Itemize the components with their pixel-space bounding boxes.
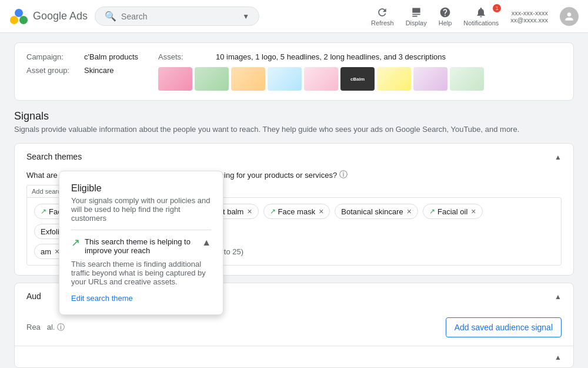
search-theme-header: ↗ This search theme is helping to improv… — [71, 237, 211, 255]
asset-image-4 — [268, 67, 302, 91]
asset-group-value: Skincare — [84, 66, 114, 75]
eligible-title: Eligible — [71, 183, 211, 194]
search-themes-panel-header[interactable]: Search themes — [15, 144, 573, 170]
search-input[interactable] — [121, 12, 238, 21]
search-icon: 🔍 — [105, 11, 116, 22]
notifications-icon — [475, 6, 487, 18]
chip-face-mask[interactable]: ↗ Face mask × — [263, 204, 330, 219]
asset-group-label: Asset group: — [26, 66, 79, 75]
avatar[interactable] — [560, 7, 579, 26]
display-button[interactable]: Display — [406, 6, 427, 26]
chip-facial-oil[interactable]: ↗ Facial oil × — [423, 204, 482, 219]
search-themes-chevron-icon[interactable] — [554, 152, 562, 161]
chip-arrow-icon: ↗ — [429, 207, 435, 216]
themes-help-icon[interactable]: ⓘ — [339, 170, 348, 180]
asset-image-3 — [231, 67, 265, 91]
assets-section: Assets: 10 images, 1 logo, 5 headlines, … — [158, 52, 562, 91]
campaign-label: Campaign: — [26, 52, 79, 61]
asset-image-1 — [158, 67, 192, 91]
campaign-field: Campaign: c'Balm products — [26, 52, 144, 61]
assets-description: 10 images, 1 logo, 5 headlines, 2 long h… — [216, 52, 446, 61]
chip-label: Botanical skincare — [341, 207, 403, 216]
signals-title: Signals — [14, 110, 574, 122]
header-actions: Refresh Display Help 1 Notifications xxx… — [371, 6, 579, 26]
svg-point-2 — [15, 9, 23, 17]
account-line1: xxx-xxx-xxxx — [510, 9, 548, 16]
refresh-icon — [376, 6, 388, 18]
chip-label: am — [41, 247, 51, 256]
campaign-card: Campaign: c'Balm products Asset group: S… — [14, 42, 574, 101]
asset-image-logo: cBalm — [340, 67, 375, 91]
reach-label: Rea al. ⓘ — [26, 322, 65, 333]
chip-remove-icon[interactable]: × — [247, 207, 252, 216]
chip-remove-icon[interactable]: × — [319, 207, 323, 216]
google-ads-logo-text: Google Ads — [33, 10, 88, 22]
notification-badge: 1 — [493, 4, 501, 12]
search-dropdown-icon[interactable]: ▼ — [242, 12, 249, 21]
signals-description: Signals provide valuable information abo… — [14, 125, 574, 134]
help-label: Help — [439, 19, 452, 26]
audience-chevron-icon[interactable] — [554, 291, 562, 301]
chip-label: Face mask — [278, 207, 316, 216]
help-icon — [439, 6, 451, 18]
refresh-label: Refresh — [371, 19, 394, 26]
edit-search-theme-button[interactable]: Edit search theme — [71, 294, 133, 303]
eligible-description: Your signals comply with our policies an… — [71, 196, 211, 223]
asset-image-9 — [450, 67, 484, 91]
search-theme-tooltip-section: ↗ This search theme is helping to improv… — [71, 230, 211, 303]
add-audience-button[interactable]: Add saved audience signal — [446, 317, 562, 337]
account-info: xxx-xxx-xxxx xx@xxxx.xxx — [510, 9, 548, 24]
svg-point-1 — [19, 16, 28, 24]
asset-image-8 — [413, 67, 447, 91]
logo: Google Ads — [9, 7, 88, 26]
search-theme-chevron-icon[interactable]: ▲ — [202, 237, 211, 248]
chip-arrow-icon: ↗ — [270, 207, 276, 216]
campaign-value: c'Balm products — [84, 52, 138, 61]
header: Google Ads 🔍 ▼ Refresh Display Help 1 No… — [0, 0, 588, 33]
chip-remove-icon[interactable]: × — [471, 207, 476, 216]
audience-inner-chevron-icon[interactable] — [554, 352, 562, 362]
tooltip-popup: Eligible Your signals comply with our po… — [59, 171, 223, 315]
refresh-button[interactable]: Refresh — [371, 6, 394, 26]
display-icon — [410, 6, 422, 18]
search-theme-title: ↗ This search theme is helping to improv… — [71, 237, 202, 255]
account-line2: xx@xxxx.xxx — [510, 16, 548, 24]
search-bar[interactable]: 🔍 ▼ — [95, 6, 259, 26]
google-ads-logo-icon — [9, 7, 28, 26]
search-theme-arrow-icon: ↗ — [71, 236, 80, 249]
chip-botanical-skincare[interactable]: Botanical skincare × — [335, 204, 418, 219]
chip-remove-icon[interactable]: × — [407, 207, 412, 216]
help-button[interactable]: Help — [439, 6, 452, 26]
notifications-button[interactable]: 1 Notifications — [463, 6, 499, 26]
search-themes-title: Search themes — [26, 152, 82, 161]
assets-images: cBalm — [158, 67, 562, 91]
notifications-label: Notifications — [463, 19, 499, 26]
assets-label: Assets: — [158, 52, 211, 61]
audience-title: Aud — [26, 291, 41, 301]
asset-group-field: Asset group: Skincare — [26, 66, 144, 75]
asset-image-2 — [195, 67, 229, 91]
display-label: Display — [406, 19, 427, 26]
asset-image-5 — [304, 67, 338, 91]
asset-image-7 — [377, 67, 411, 91]
search-theme-body: This search theme is finding additional … — [71, 260, 211, 286]
signals-header: Signals Signals provide valuable informa… — [14, 110, 574, 134]
campaign-info: Campaign: c'Balm products Asset group: S… — [26, 52, 144, 75]
chip-arrow-icon: ↗ — [41, 207, 46, 216]
avatar-icon — [563, 11, 575, 22]
chip-label: Facial oil — [437, 207, 467, 216]
svg-point-0 — [10, 16, 18, 24]
audience-expand-row — [15, 346, 573, 367]
